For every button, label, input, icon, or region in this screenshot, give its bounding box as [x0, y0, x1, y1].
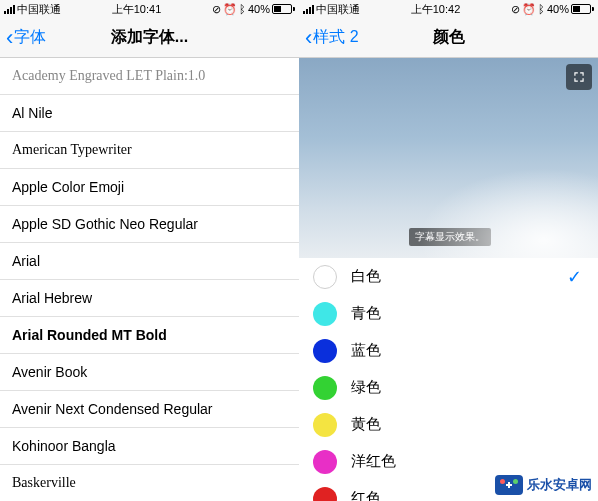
color-swatch: [313, 413, 337, 437]
battery-icon: [571, 4, 594, 14]
page-title: 颜色: [433, 27, 465, 48]
watermark: 乐水安卓网: [495, 475, 592, 495]
carrier-label: 中国联通: [316, 2, 360, 17]
page-title: 添加字体...: [111, 27, 188, 48]
font-name-label: Kohinoor Bangla: [12, 438, 116, 454]
back-label: 样式 2: [313, 27, 358, 48]
checkmark-icon: ✓: [567, 266, 582, 288]
carrier-label: 中国联通: [17, 2, 61, 17]
battery-text: 40%: [547, 3, 569, 15]
color-row[interactable]: 蓝色: [299, 332, 598, 369]
screen-color-picker: 中国联通 上午10:42 ⊘ ⏰ ᛒ 40% ‹ 样式 2 颜色 字幕显示效果。: [299, 0, 598, 501]
signal-icon: [303, 5, 314, 14]
font-name-label: American Typewriter: [12, 142, 132, 158]
rotation-lock-icon: ⊘: [511, 3, 520, 16]
color-list[interactable]: 白色✓青色蓝色绿色黄色洋红色红色: [299, 258, 598, 501]
font-name-label: Avenir Book: [12, 364, 87, 380]
chevron-left-icon: ‹: [6, 27, 13, 49]
color-swatch: [313, 450, 337, 474]
watermark-icon: [495, 475, 523, 495]
font-row[interactable]: Apple Color Emoji: [0, 169, 299, 206]
font-row[interactable]: Apple SD Gothic Neo Regular: [0, 206, 299, 243]
watermark-text: 乐水安卓网: [527, 476, 592, 494]
font-row[interactable]: Al Nile: [0, 95, 299, 132]
status-bar: 中国联通 上午10:41 ⊘ ⏰ ᛒ 40%: [0, 0, 299, 18]
rotation-lock-icon: ⊘: [212, 3, 221, 16]
font-row[interactable]: Avenir Book: [0, 354, 299, 391]
font-name-label: Academy Engraved LET Plain:1.0: [12, 68, 205, 84]
status-time: 上午10:42: [411, 2, 461, 17]
color-label: 黄色: [351, 415, 381, 434]
font-row[interactable]: Baskerville: [0, 465, 299, 501]
font-name-label: Avenir Next Condensed Regular: [12, 401, 213, 417]
color-row[interactable]: 黄色: [299, 406, 598, 443]
color-row[interactable]: 青色: [299, 295, 598, 332]
nav-bar: ‹ 字体 添加字体...: [0, 18, 299, 58]
back-label: 字体: [14, 27, 46, 48]
expand-icon: [572, 70, 586, 84]
chevron-left-icon: ‹: [305, 27, 312, 49]
font-name-label: Arial Rounded MT Bold: [12, 327, 167, 343]
font-name-label: Baskerville: [12, 475, 76, 491]
expand-button[interactable]: [566, 64, 592, 90]
bluetooth-icon: ᛒ: [538, 3, 545, 15]
bluetooth-icon: ᛒ: [239, 3, 246, 15]
nav-bar: ‹ 样式 2 颜色: [299, 18, 598, 58]
screen-font-picker: 中国联通 上午10:41 ⊘ ⏰ ᛒ 40% ‹ 字体 添加字体... Acad…: [0, 0, 299, 501]
font-row[interactable]: Arial: [0, 243, 299, 280]
color-swatch: [313, 265, 337, 289]
color-label: 红色: [351, 489, 381, 501]
font-list[interactable]: Academy Engraved LET Plain:1.0Al NileAme…: [0, 58, 299, 501]
font-row[interactable]: Arial Rounded MT Bold: [0, 317, 299, 354]
color-swatch: [313, 376, 337, 400]
color-label: 青色: [351, 304, 381, 323]
color-row[interactable]: 绿色: [299, 369, 598, 406]
color-swatch: [313, 487, 337, 502]
color-label: 绿色: [351, 378, 381, 397]
back-button[interactable]: ‹ 样式 2: [299, 27, 359, 49]
color-label: 白色: [351, 267, 381, 286]
font-row[interactable]: Academy Engraved LET Plain:1.0: [0, 58, 299, 95]
back-button[interactable]: ‹ 字体: [0, 27, 46, 49]
subtitle-preview: 字幕显示效果。: [299, 58, 598, 258]
font-row[interactable]: Avenir Next Condensed Regular: [0, 391, 299, 428]
battery-icon: [272, 4, 295, 14]
font-name-label: Apple Color Emoji: [12, 179, 124, 195]
battery-text: 40%: [248, 3, 270, 15]
status-time: 上午10:41: [112, 2, 162, 17]
subtitle-sample-text: 字幕显示效果。: [409, 228, 491, 246]
color-label: 洋红色: [351, 452, 396, 471]
signal-icon: [4, 5, 15, 14]
alarm-icon: ⏰: [223, 3, 237, 16]
font-row[interactable]: American Typewriter: [0, 132, 299, 169]
font-row[interactable]: Kohinoor Bangla: [0, 428, 299, 465]
alarm-icon: ⏰: [522, 3, 536, 16]
font-name-label: Arial Hebrew: [12, 290, 92, 306]
font-row[interactable]: Arial Hebrew: [0, 280, 299, 317]
color-swatch: [313, 339, 337, 363]
color-row[interactable]: 白色✓: [299, 258, 598, 295]
status-bar: 中国联通 上午10:42 ⊘ ⏰ ᛒ 40%: [299, 0, 598, 18]
font-name-label: Apple SD Gothic Neo Regular: [12, 216, 198, 232]
font-name-label: Arial: [12, 253, 40, 269]
color-swatch: [313, 302, 337, 326]
font-name-label: Al Nile: [12, 105, 52, 121]
color-label: 蓝色: [351, 341, 381, 360]
